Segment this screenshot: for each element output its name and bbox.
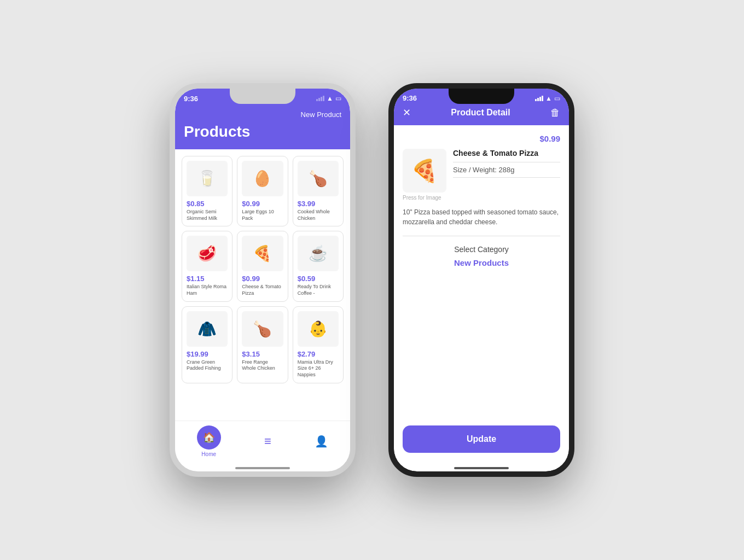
- product-name-7: Crane Green Padded Fishing: [187, 359, 228, 372]
- category-value[interactable]: New Products: [403, 258, 560, 267]
- product-price-9: $2.79: [298, 350, 316, 358]
- product-card-2[interactable]: 🥚 $0.99 Large Eggs 10 Pack: [237, 156, 288, 226]
- product-card-5[interactable]: 🍕 $0.99 Cheese & Tomato Pizza: [237, 231, 288, 301]
- product-price-7: $19.99: [187, 350, 208, 358]
- detail-product-name: Cheese & Tomato Pizza: [453, 149, 560, 158]
- detail-size: Size / Weight: 288g: [453, 166, 560, 174]
- battery-icon-left: ▭: [335, 95, 341, 102]
- left-phone: 9:36 ▲ ▭ New Product Pr: [170, 83, 356, 477]
- product-img-3: 🍗: [298, 161, 339, 196]
- user-icon: 👤: [315, 435, 328, 448]
- product-price-6: $0.59: [298, 275, 316, 283]
- notch-right: [449, 89, 514, 104]
- home-indicator-right: [454, 467, 509, 469]
- product-name-6: Ready To Drink Coffee -: [298, 284, 339, 296]
- product-img-1: 🥛: [187, 161, 228, 196]
- detail-product-img[interactable]: 🍕: [403, 149, 446, 192]
- status-icons-right: ▲ ▭: [535, 94, 560, 102]
- nav-profile[interactable]: 👤: [315, 435, 328, 448]
- product-price-8: $3.15: [242, 350, 260, 358]
- product-card-8[interactable]: 🍗 $3.15 Free Range Whole Chicken: [237, 306, 288, 383]
- press-label: Press for Image: [403, 195, 446, 201]
- product-img-5: 🍕: [242, 236, 283, 271]
- right-phone: 9:36 ▲ ▭ ✕ Product Detail: [388, 83, 574, 477]
- nav-list[interactable]: ≡: [264, 434, 271, 448]
- status-time-left: 9:36: [184, 95, 198, 103]
- home-indicator-left: [235, 467, 290, 469]
- wifi-icon-right: ▲: [545, 95, 552, 102]
- products-title: Products: [184, 123, 341, 141]
- product-price-3: $3.99: [298, 200, 316, 208]
- notch-left: [230, 89, 295, 104]
- detail-product-row: 🍕 Press for Image Cheese & Tomato Pizza …: [403, 149, 560, 201]
- nav-home[interactable]: 🏠 Home: [197, 425, 221, 457]
- product-card-1[interactable]: 🥛 $0.85 Organic Semi Skimmed Milk: [182, 156, 233, 226]
- product-name-5: Cheese & Tomato Pizza: [242, 284, 283, 296]
- detail-header-title: Product Detail: [451, 108, 510, 118]
- update-button[interactable]: Update: [403, 425, 560, 453]
- select-category-label: Select Category: [403, 245, 560, 254]
- new-product-label[interactable]: New Product: [301, 110, 341, 119]
- detail-price: $0.99: [403, 134, 560, 143]
- product-card-6[interactable]: ☕ $0.59 Ready To Drink Coffee -: [293, 231, 344, 301]
- detail-product-info: Cheese & Tomato Pizza Size / Weight: 288…: [453, 149, 560, 181]
- detail-description: 10" Pizza based topped with seasoned tom…: [403, 207, 560, 227]
- bottom-nav: 🏠 Home ≡ 👤: [175, 421, 350, 464]
- product-card-4[interactable]: 🥩 $1.15 Italian Style Roma Ham: [182, 231, 233, 301]
- update-btn-container: Update: [394, 419, 569, 464]
- product-img-4: 🥩: [187, 236, 228, 271]
- close-button[interactable]: ✕: [403, 107, 411, 119]
- battery-icon-right: ▭: [554, 95, 560, 102]
- home-icon: 🏠: [197, 425, 221, 450]
- product-name-8: Free Range Whole Chicken: [242, 359, 283, 372]
- status-time-right: 9:36: [403, 94, 417, 102]
- status-icons-left: ▲ ▭: [316, 95, 341, 102]
- product-img-2: 🥚: [242, 161, 283, 196]
- product-img-6: ☕: [298, 236, 339, 271]
- product-name-1: Organic Semi Skimmed Milk: [187, 209, 228, 221]
- product-price-5: $0.99: [242, 275, 260, 283]
- product-price-4: $1.15: [187, 275, 205, 283]
- delete-button[interactable]: 🗑: [550, 107, 560, 119]
- product-card-9[interactable]: 👶 $2.79 Mamia Ultra Dry Size 6+ 26 Nappi…: [293, 306, 344, 383]
- product-name-4: Italian Style Roma Ham: [187, 284, 228, 296]
- product-img-8: 🍗: [242, 311, 283, 347]
- product-name-2: Large Eggs 10 Pack: [242, 209, 283, 221]
- product-card-7[interactable]: 🧥 $19.99 Crane Green Padded Fishing: [182, 306, 233, 383]
- products-grid: 🥛 $0.85 Organic Semi Skimmed Milk 🥚 $0.9…: [175, 149, 350, 421]
- product-price-1: $0.85: [187, 200, 205, 208]
- product-card-3[interactable]: 🍗 $3.99 Cooked Whole Chicken: [293, 156, 344, 226]
- nav-home-label: Home: [201, 451, 216, 457]
- product-img-7: 🧥: [187, 311, 228, 347]
- product-name-9: Mamia Ultra Dry Size 6+ 26 Nappies: [298, 359, 339, 378]
- wifi-icon-left: ▲: [327, 95, 333, 102]
- product-price-2: $0.99: [242, 200, 260, 208]
- detail-content: $0.99 🍕 Press for Image Cheese & Tomato …: [394, 125, 569, 419]
- list-icon: ≡: [264, 434, 271, 448]
- product-img-9: 👶: [298, 311, 339, 347]
- product-name-3: Cooked Whole Chicken: [298, 209, 339, 221]
